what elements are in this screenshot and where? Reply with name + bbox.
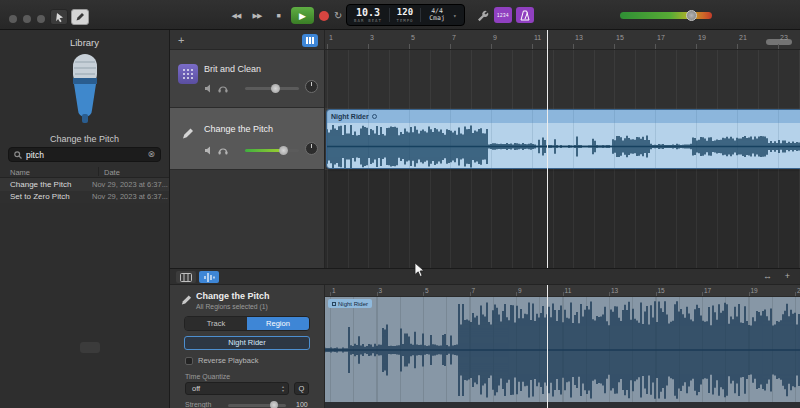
library-title: Library <box>0 37 169 48</box>
mute-icon[interactable] <box>204 84 213 93</box>
editor-region[interactable]: Night Rider <box>325 297 800 402</box>
ruler-tick <box>737 44 738 49</box>
region-name: Night Rider <box>331 113 369 120</box>
editor-view-button[interactable] <box>176 271 196 283</box>
timeline-ruler[interactable]: 1357911131517192123 <box>325 30 800 50</box>
ruler-bar-number: 7 <box>452 34 456 41</box>
region-header[interactable]: Night Rider <box>327 110 800 123</box>
editor-playhead[interactable] <box>547 285 548 408</box>
row-date: Nov 29, 2023 at 6:37... <box>92 192 168 201</box>
ruler-bar-number: 3 <box>379 287 383 294</box>
library-column-headers[interactable]: Name Date <box>0 166 169 178</box>
transport-controls: ◀◀ ▶▶ ■ ▶ ↻ <box>228 7 342 24</box>
column-divider[interactable] <box>98 167 99 176</box>
audio-region-night-rider[interactable]: Night Rider <box>326 109 800 169</box>
ruler-scroll-handle[interactable] <box>766 39 792 45</box>
zoom-button[interactable] <box>37 15 45 23</box>
metronome-icon <box>520 10 530 21</box>
ruler-tick <box>368 44 369 49</box>
track-header-topbar: + <box>170 30 324 50</box>
lcd-display[interactable]: 10.3 BAR BEAT 120 TEMPO 4/4 Cmaj ▾ <box>346 4 465 26</box>
zoom-in-icon[interactable]: + <box>785 271 790 281</box>
ruler-bar-number: 13 <box>611 287 618 294</box>
play-button[interactable]: ▶ <box>291 7 314 24</box>
solo-icon[interactable] <box>218 84 228 93</box>
count-in-button[interactable]: 1234 <box>494 7 512 23</box>
volume-knob[interactable] <box>686 10 697 21</box>
strength-slider[interactable] <box>228 404 286 407</box>
clear-search-icon[interactable]: ⊗ <box>147 150 155 159</box>
close-button[interactable] <box>9 15 17 23</box>
search-input[interactable]: pitch <box>26 150 147 160</box>
ruler-bar-number: 19 <box>698 34 706 41</box>
strength-knob[interactable] <box>270 401 278 408</box>
stop-button[interactable]: ■ <box>270 12 286 19</box>
reverse-playback-checkbox[interactable] <box>185 357 193 365</box>
lcd-key-signature[interactable]: 4/4 Cmaj <box>421 5 453 25</box>
ruler-tick <box>656 292 657 296</box>
solo-icon[interactable] <box>218 146 228 155</box>
cursor-icon <box>54 12 65 23</box>
rewind-button[interactable]: ◀◀ <box>228 12 244 20</box>
tab-track[interactable]: Track <box>185 317 247 330</box>
ruler-bar-number: 17 <box>657 34 665 41</box>
column-name[interactable]: Name <box>10 168 30 177</box>
track-header-options-button[interactable] <box>302 34 318 47</box>
playhead[interactable] <box>547 30 548 268</box>
patch-image <box>0 52 169 128</box>
library-row[interactable]: Set to Zero Pitch Nov 29, 2023 at 6:37..… <box>0 191 169 204</box>
column-date[interactable]: Date <box>104 168 120 177</box>
tempo-value: 120 <box>397 7 413 18</box>
cycle-button[interactable]: ↻ <box>334 10 342 21</box>
volume-knob[interactable] <box>271 84 280 93</box>
region-waveform <box>327 123 800 169</box>
track-row-change-the-pitch[interactable]: Change the Pitch <box>170 108 324 170</box>
library-row[interactable]: Change the Pitch Nov 29, 2023 at 6:37... <box>0 178 169 191</box>
region-select-button[interactable]: Night Rider <box>184 336 310 350</box>
key-signature: Cmaj <box>429 15 445 23</box>
playhead-position: 10.3 <box>356 7 380 18</box>
tab-region[interactable]: Region <box>247 317 309 330</box>
ruler-bar-number: 1 <box>332 287 336 294</box>
waveform-view-button[interactable] <box>199 271 219 283</box>
lcd-tempo[interactable]: 120 TEMPO <box>390 5 420 25</box>
quantize-q-button[interactable]: Q <box>294 382 309 395</box>
grid-view-icon <box>180 273 192 282</box>
wrench-icon <box>476 9 489 22</box>
pointer-tool-button[interactable] <box>50 9 68 25</box>
track-row-brit-and-clean[interactable]: Brit and Clean <box>170 50 324 108</box>
time-quantize-dropdown[interactable]: off ▴▾ <box>185 382 289 395</box>
search-icon <box>14 151 22 159</box>
pan-knob[interactable] <box>305 142 318 155</box>
ruler-tick <box>330 292 331 296</box>
pan-knob[interactable] <box>305 80 318 93</box>
editor-region-tab[interactable]: Night Rider <box>328 299 372 308</box>
ruler-bar-number: 13 <box>575 34 583 41</box>
track-volume-slider[interactable] <box>245 149 299 152</box>
ruler-tick <box>749 292 750 296</box>
ruler-tick <box>516 292 517 296</box>
time-quantize-value: off <box>192 384 282 393</box>
smart-controls-button[interactable] <box>476 8 489 26</box>
ruler-tick <box>655 44 656 49</box>
lcd-chevron-down-icon[interactable]: ▾ <box>453 5 463 25</box>
master-volume-slider[interactable] <box>620 12 712 19</box>
patch-name: Change the Pitch <box>0 134 169 144</box>
library-search-field[interactable]: pitch ⊗ <box>8 147 161 162</box>
editor-ruler[interactable]: 13579111315171921 <box>325 285 800 297</box>
forward-button[interactable]: ▶▶ <box>249 12 265 20</box>
track-volume-slider[interactable] <box>245 87 299 90</box>
pencil-tool-button[interactable] <box>71 9 89 25</box>
horizontal-zoom-icon[interactable]: ↔ <box>763 271 772 281</box>
row-name: Change the Pitch <box>0 180 92 189</box>
editor-scroll-strip[interactable] <box>325 402 800 408</box>
volume-knob[interactable] <box>279 146 288 155</box>
metronome-button[interactable] <box>516 7 534 23</box>
editor-panel: ↔ + Change the Pitch All Regions selecte… <box>170 268 800 408</box>
minimize-button[interactable] <box>23 15 31 23</box>
add-track-button[interactable]: + <box>178 34 184 46</box>
lcd-position[interactable]: 10.3 BAR BEAT <box>347 5 389 25</box>
record-button[interactable] <box>319 11 329 21</box>
mute-icon[interactable] <box>204 146 213 155</box>
track-lane <box>325 50 800 108</box>
